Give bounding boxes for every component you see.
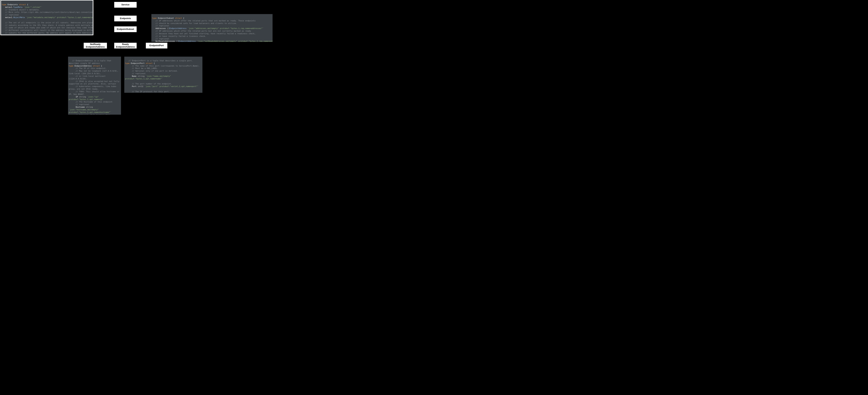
box-service: Service xyxy=(114,2,137,8)
box-endpoint-subset: EndpointSubset xyxy=(114,26,137,32)
box-ready-address: Ready EndpointAddress xyxy=(114,42,137,49)
box-endpoint-port: EndpointPort xyxy=(146,42,167,49)
box-notready-address: NotReady EndpointAddress xyxy=(84,42,107,49)
code-endpoints: type Endpoints struct { metav1.TypeMeta … xyxy=(1,1,93,35)
box-endpoints: Endpoints xyxy=(114,16,137,22)
code-endpoint-address: // EndpointAddress is a tuple that descr… xyxy=(68,57,121,115)
code-endpoint-subset: type EndpointSubset struct { // IP addre… xyxy=(151,14,273,42)
code-endpoint-port: // EndpointPort is a tuple that describe… xyxy=(124,57,203,93)
